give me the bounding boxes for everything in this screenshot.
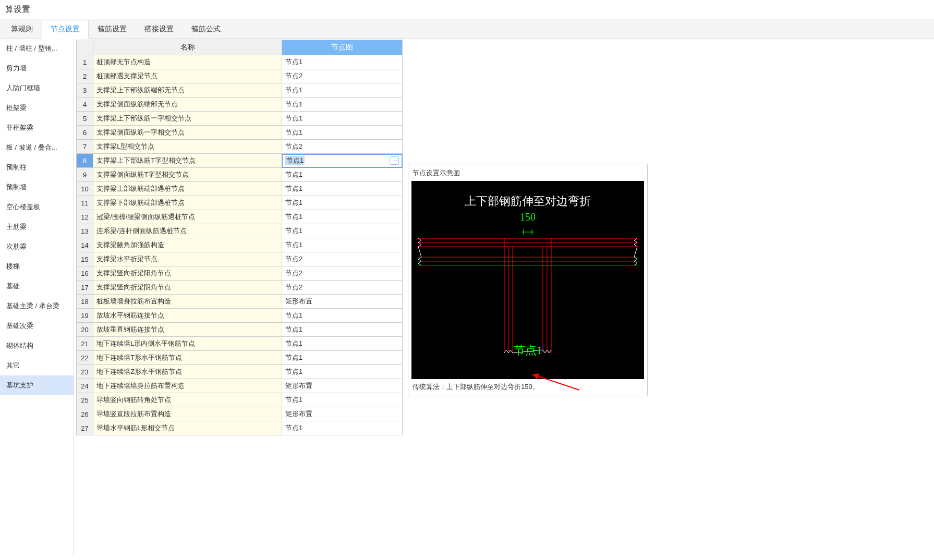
row-name[interactable]: 支撑梁腋角加强筋构造 (93, 238, 282, 252)
table-row[interactable]: 11支撑梁下部纵筋端部遇桩节点节点1 (77, 196, 403, 210)
row-node[interactable]: 节点1 (282, 83, 402, 98)
row-name[interactable]: 支撑梁侧面纵筋T字型相交节点 (93, 168, 282, 182)
row-name[interactable]: 支撑梁上部纵筋端部遇桩节点 (93, 182, 282, 196)
sidebar-item-11[interactable]: 楼梯 (0, 257, 74, 276)
col-name[interactable]: 名称 (93, 40, 282, 55)
tab-4[interactable]: 箍筋公式 (183, 20, 229, 39)
table-row[interactable]: 14支撑梁腋角加强筋构造节点1 (77, 238, 403, 252)
table-row[interactable]: 8支撑梁上下部纵筋T字型相交节点节点1⋯ (77, 154, 403, 168)
table-row[interactable]: 6支撑梁侧面纵筋一字相交节点节点1 (77, 126, 403, 140)
sidebar-item-12[interactable]: 基础 (0, 276, 74, 296)
row-name[interactable]: 支撑梁上下部纵筋一字相交节点 (93, 112, 282, 126)
sidebar-item-2[interactable]: 人防门框墙 (0, 78, 74, 98)
row-name[interactable]: 地下连续墙L形内侧水平钢筋节点 (93, 337, 282, 351)
table-row[interactable]: 16支撑梁竖向折梁阳角节点节点2 (77, 266, 403, 281)
row-node[interactable]: 节点1 (282, 238, 402, 252)
row-name[interactable]: 支撑梁水平折梁节点 (93, 252, 282, 266)
row-name[interactable]: 支撑梁竖向折梁阴角节点 (93, 281, 282, 295)
row-name[interactable]: 支撑梁上下部纵筋端部无节点 (93, 83, 282, 98)
tab-3[interactable]: 搭接设置 (136, 20, 183, 39)
row-node[interactable]: 节点1 (282, 182, 402, 196)
row-node[interactable]: 矩形布置 (282, 407, 402, 421)
row-name[interactable]: 地下连续墙Z形水平钢筋节点 (93, 365, 282, 379)
table-row[interactable]: 15支撑梁水平折梁节点节点2 (77, 252, 403, 266)
tab-2[interactable]: 箍筋设置 (89, 20, 136, 39)
row-name[interactable]: 支撑梁侧面纵筋一字相交节点 (93, 126, 282, 140)
row-node[interactable]: 节点1 (282, 210, 402, 224)
row-name[interactable]: 导墙竖直段拉筋布置构造 (93, 407, 282, 421)
sidebar-item-3[interactable]: 框架梁 (0, 98, 74, 118)
row-node[interactable]: 节点2 (282, 69, 402, 83)
table-row[interactable]: 10支撑梁上部纵筋端部遇桩节点节点1 (77, 182, 403, 196)
row-name[interactable]: 支撑梁竖向折梁阳角节点 (93, 266, 282, 281)
row-name[interactable]: 冠梁/围檩/腰梁侧面纵筋遇桩节点 (93, 210, 282, 224)
table-row[interactable]: 4支撑梁侧面纵筋端部无节点节点1 (77, 98, 403, 112)
table-row[interactable]: 24地下连续墙墙身拉筋布置构造矩形布置 (77, 379, 403, 393)
row-node[interactable]: 节点2 (282, 281, 402, 295)
row-name[interactable]: 支撑梁下部纵筋端部遇桩节点 (93, 196, 282, 210)
tab-1[interactable]: 节点设置 (42, 20, 89, 39)
sidebar-item-8[interactable]: 空心楼盖板 (0, 197, 74, 217)
row-node[interactable]: 节点1 (282, 323, 402, 337)
table-row[interactable]: 19放坡水平钢筋连接节点节点1 (77, 309, 403, 323)
sidebar-item-4[interactable]: 非框架梁 (0, 118, 74, 138)
sidebar-item-7[interactable]: 预制墙 (0, 177, 74, 197)
row-node[interactable]: 矩形布置 (282, 295, 402, 309)
row-name[interactable]: 放坡水平钢筋连接节点 (93, 309, 282, 323)
table-row[interactable]: 2桩顶部遇支撑梁节点节点2 (77, 69, 403, 83)
sidebar-item-5[interactable]: 板 / 坡道 / 叠合... (0, 138, 74, 157)
row-node[interactable]: 节点1⋯ (282, 154, 402, 168)
table-row[interactable]: 22地下连续墙T形水平钢筋节点节点1 (77, 351, 403, 365)
table-row[interactable]: 27导墙水平钢筋L形相交节点节点1 (77, 421, 403, 435)
sidebar-item-0[interactable]: 柱 / 墙柱 / 型钢... (0, 39, 74, 58)
row-name[interactable]: 桩顶部无节点构造 (93, 55, 282, 69)
row-node[interactable]: 节点1 (282, 112, 402, 126)
table-row[interactable]: 18桩板墙墙身拉筋布置构造矩形布置 (77, 295, 403, 309)
sidebar-item-16[interactable]: 其它 (0, 356, 74, 375)
row-node[interactable]: 节点1 (282, 168, 402, 182)
sidebar-item-9[interactable]: 主肋梁 (0, 217, 74, 237)
row-node[interactable]: 节点1 (282, 337, 402, 351)
sidebar-item-1[interactable]: 剪力墙 (0, 58, 74, 78)
row-node[interactable]: 节点1 (282, 393, 402, 407)
table-row[interactable]: 17支撑梁竖向折梁阴角节点节点2 (77, 281, 403, 295)
row-node[interactable]: 节点2 (282, 252, 402, 266)
table-row[interactable]: 21地下连续墙L形内侧水平钢筋节点节点1 (77, 337, 403, 351)
row-name[interactable]: 支撑梁侧面纵筋端部无节点 (93, 98, 282, 112)
table-row[interactable]: 26导墙竖直段拉筋布置构造矩形布置 (77, 407, 403, 421)
sidebar-item-15[interactable]: 砌体结构 (0, 336, 74, 356)
row-name[interactable]: 连系梁/连杆侧面纵筋遇桩节点 (93, 224, 282, 238)
table-row[interactable]: 7支撑梁L型相交节点节点2 (77, 140, 403, 154)
table-row[interactable]: 23地下连续墙Z形水平钢筋节点节点1 (77, 365, 403, 379)
sidebar-item-10[interactable]: 次肋梁 (0, 237, 74, 257)
row-name[interactable]: 导墙竖向钢筋转角处节点 (93, 393, 282, 407)
row-name[interactable]: 桩板墙墙身拉筋布置构造 (93, 295, 282, 309)
ellipsis-icon[interactable]: ⋯ (390, 156, 399, 165)
row-name[interactable]: 地下连续墙墙身拉筋布置构造 (93, 379, 282, 393)
table-row[interactable]: 25导墙竖向钢筋转角处节点节点1 (77, 393, 403, 407)
row-name[interactable]: 桩顶部遇支撑梁节点 (93, 69, 282, 83)
table-row[interactable]: 12冠梁/围檩/腰梁侧面纵筋遇桩节点节点1 (77, 210, 403, 224)
row-name[interactable]: 地下连续墙T形水平钢筋节点 (93, 351, 282, 365)
table-row[interactable]: 13连系梁/连杆侧面纵筋遇桩节点节点1 (77, 224, 403, 238)
table-row[interactable]: 1桩顶部无节点构造节点1 (77, 55, 403, 69)
table-row[interactable]: 5支撑梁上下部纵筋一字相交节点节点1 (77, 112, 403, 126)
row-name[interactable]: 放坡垂直钢筋连接节点 (93, 323, 282, 337)
sidebar-item-14[interactable]: 基础次梁 (0, 316, 74, 336)
row-node[interactable]: 节点1 (282, 421, 402, 435)
table-row[interactable]: 3支撑梁上下部纵筋端部无节点节点1 (77, 83, 403, 98)
tab-0[interactable]: 算规则 (2, 20, 42, 39)
row-name[interactable]: 支撑梁L型相交节点 (93, 140, 282, 154)
sidebar-item-17[interactable]: 基坑支护 (0, 375, 74, 395)
sidebar-item-13[interactable]: 基础主梁 / 承台梁 (0, 296, 74, 316)
row-node[interactable]: 节点1 (282, 55, 402, 69)
row-node[interactable]: 节点1 (282, 351, 402, 365)
sidebar-item-6[interactable]: 预制柱 (0, 157, 74, 177)
row-node[interactable]: 节点1 (282, 224, 402, 238)
row-node[interactable]: 节点1 (282, 309, 402, 323)
row-node[interactable]: 节点1 (282, 126, 402, 140)
row-node[interactable]: 节点1 (282, 196, 402, 210)
col-node[interactable]: 节点图 (282, 40, 402, 55)
row-name[interactable]: 导墙水平钢筋L形相交节点 (93, 421, 282, 435)
table-row[interactable]: 9支撑梁侧面纵筋T字型相交节点节点1 (77, 168, 403, 182)
